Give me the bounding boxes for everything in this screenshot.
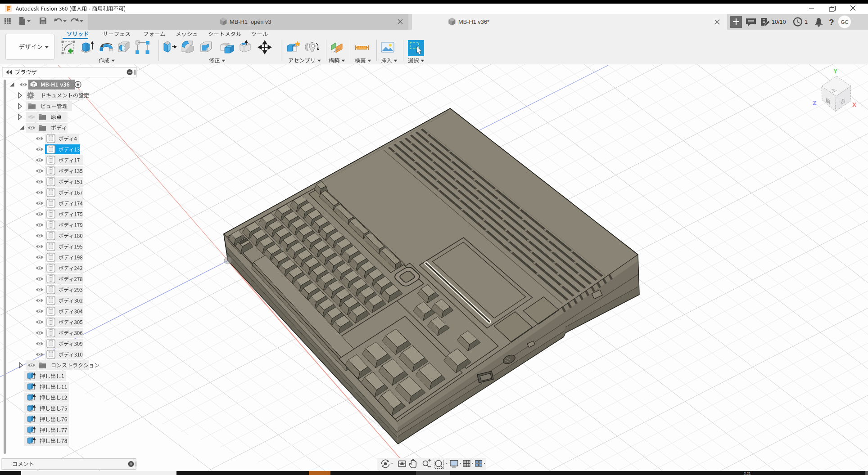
- svg-text:Y: Y: [833, 67, 838, 75]
- svg-text:2:21: 2:21: [744, 471, 751, 475]
- svg-text:X: X: [852, 101, 857, 108]
- svg-text:Z: Z: [813, 99, 817, 107]
- svg-text:?: ?: [829, 18, 834, 27]
- svg-text:MB-H1 v36*: MB-H1 v36*: [458, 18, 489, 25]
- svg-text:10/10: 10/10: [772, 19, 786, 25]
- svg-text:GC: GC: [841, 19, 848, 25]
- svg-text:1: 1: [805, 19, 808, 25]
- svg-text:MB-H1_open v3: MB-H1_open v3: [230, 18, 271, 25]
